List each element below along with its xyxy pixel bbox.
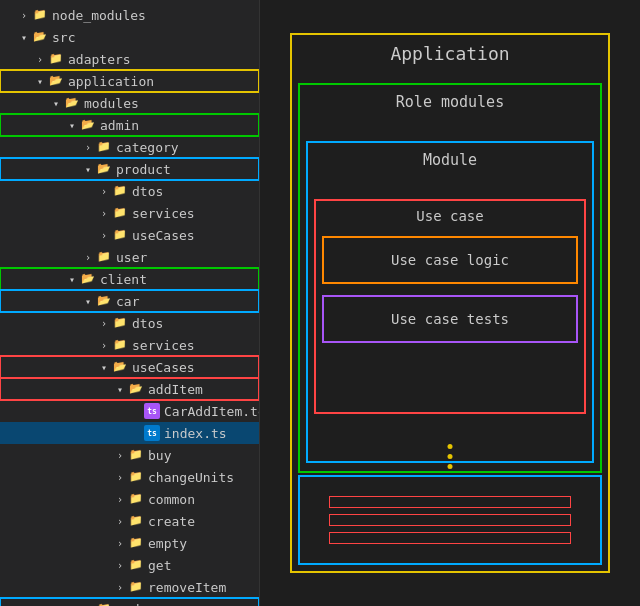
folder-icon-adapters [48,51,64,67]
folder-icon-user [96,249,112,265]
label-src: src [52,30,75,45]
label-car-services: services [132,338,195,353]
tree-item-dtos[interactable]: dtos [0,180,259,202]
label-order: order [116,602,155,607]
box-use-case-logic: Use case logic [322,236,578,284]
folder-icon-changeunits [128,469,144,485]
tree-item-car[interactable]: car [0,290,259,312]
folder-icon-modules [64,95,80,111]
label-product: product [116,162,171,177]
tree-item-index-ts[interactable]: ts index.ts [0,422,259,444]
label-dtos: dtos [132,184,163,199]
folder-icon-client [80,271,96,287]
arrow-buy [112,450,128,461]
folder-icon-order [96,601,112,606]
tree-item-client[interactable]: client [0,268,259,290]
label-changeunits: changeUnits [148,470,234,485]
label-get: get [148,558,171,573]
arrow-create [112,516,128,527]
ts-file-icon-index: ts [144,425,160,441]
arrow-application [32,76,48,87]
arrow-usecases-admin [96,230,112,241]
tree-item-create[interactable]: create [0,510,259,532]
tree-item-node-modules[interactable]: node_modules [0,4,259,26]
arrow-car-dtos [96,318,112,329]
folder-icon-empty [128,535,144,551]
label-additem: addItem [148,382,203,397]
tree-item-application[interactable]: application [0,70,259,92]
label-adapters: adapters [68,52,131,67]
folder-icon-create [128,513,144,529]
tree-item-car-usecases[interactable]: useCases [0,356,259,378]
diagram-container: Application Role modules Module Use case… [290,33,610,573]
use-case-tests-label: Use case tests [391,311,509,327]
label-application: application [68,74,154,89]
label-common: common [148,492,195,507]
arrow-user [80,252,96,263]
arrow-get [112,560,128,571]
module-label: Module [290,151,610,169]
box-bottom [298,475,602,565]
label-services: services [132,206,195,221]
tree-item-admin[interactable]: admin [0,114,259,136]
tree-item-car-dtos[interactable]: dtos [0,312,259,334]
arrow-modules [48,98,64,109]
tree-item-buy[interactable]: buy [0,444,259,466]
tree-item-car-services[interactable]: services [0,334,259,356]
use-case-label: Use case [290,208,610,224]
tree-item-adapters[interactable]: adapters [0,48,259,70]
folder-icon-car-dtos [112,315,128,331]
application-label: Application [290,43,610,64]
dots-container [448,444,453,469]
folder-icon-application [48,73,64,89]
tree-item-removeitem[interactable]: removeItem [0,576,259,598]
label-client: client [100,272,147,287]
arrow-dtos [96,186,112,197]
label-car: car [116,294,139,309]
tree-item-common[interactable]: common [0,488,259,510]
tree-item-category[interactable]: category [0,136,259,158]
label-removeitem: removeItem [148,580,226,595]
tree-item-src[interactable]: src [0,26,259,48]
folder-icon-src [32,29,48,45]
folder-icon-node-modules [32,7,48,23]
tree-item-get[interactable]: get [0,554,259,576]
arrow-category [80,142,96,153]
label-car-usecases: useCases [132,360,195,375]
tree-item-services[interactable]: services [0,202,259,224]
label-usecases-admin: useCases [132,228,195,243]
tree-item-caradditem-test[interactable]: ts CarAddItem.test.ts [0,400,259,422]
diagram-panel: Application Role modules Module Use case… [260,0,640,606]
label-caradditem: CarAddItem.test.ts [164,404,260,419]
tree-item-additem[interactable]: addItem [0,378,259,400]
label-node-modules: node_modules [52,8,146,23]
dot-2 [448,454,453,459]
label-modules: modules [84,96,139,111]
folder-icon-services [112,205,128,221]
dot-1 [448,444,453,449]
arrow-additem [112,384,128,395]
folder-icon-car [96,293,112,309]
folder-icon-removeitem [128,579,144,595]
folder-icon-category [96,139,112,155]
tree-item-usecases-admin[interactable]: useCases [0,224,259,246]
tree-item-user[interactable]: user [0,246,259,268]
arrow-node-modules [16,10,32,21]
tree-item-changeunits[interactable]: changeUnits [0,466,259,488]
folder-icon-buy [128,447,144,463]
tree-item-order[interactable]: order [0,598,259,606]
folder-icon-dtos [112,183,128,199]
bottom-line-3 [329,532,570,544]
tree-item-empty[interactable]: empty [0,532,259,554]
arrow-client [64,274,80,285]
arrow-car-services [96,340,112,351]
tree-item-product[interactable]: product [0,158,259,180]
test-file-icon-caradditem: ts [144,403,160,419]
label-car-dtos: dtos [132,316,163,331]
file-tree: node_modules src adapters application mo… [0,0,260,606]
label-index: index.ts [164,426,227,441]
folder-icon-car-usecases [112,359,128,375]
label-buy: buy [148,448,171,463]
use-case-logic-label: Use case logic [391,252,509,268]
tree-item-modules[interactable]: modules [0,92,259,114]
